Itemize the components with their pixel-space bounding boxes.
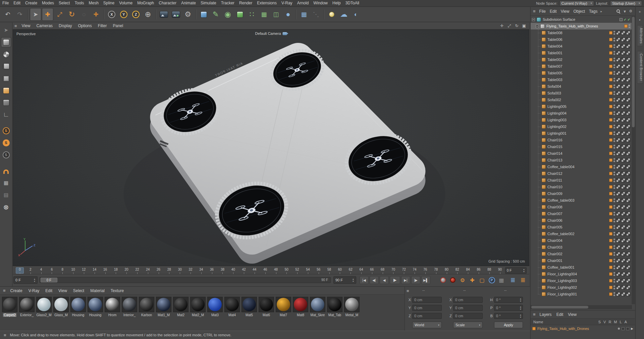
range-start-field[interactable]: 0 F ▲▼ [13,276,38,284]
phong-tag-icon[interactable] [626,91,630,95]
ruler-tick-8[interactable]: 8 [60,267,65,274]
material-swatch-carpet2[interactable]: Carpet2 [1,297,18,317]
menu-extensions[interactable]: Extensions [255,0,279,7]
texture-tag-icon[interactable] [616,64,620,68]
phong-tag-icon[interactable] [626,259,630,263]
ruler-tick-38[interactable]: 38 [220,267,225,274]
layers-menu-edit[interactable]: Edit [554,312,566,317]
texture-tag-icon[interactable] [616,239,620,243]
render-visibility-dot[interactable] [613,40,615,42]
editor-visibility-dot[interactable] [613,285,615,287]
layers-menu-view[interactable]: View [566,312,579,317]
render-visibility-dot[interactable] [613,147,615,149]
editor-visibility-dot[interactable] [613,178,615,180]
texture-tag-icon[interactable] [616,118,620,122]
render-visibility-dot[interactable] [613,268,615,269]
coordinate-space-select[interactable]: World▾ [412,322,442,328]
tweak-tool-icon[interactable]: ➤ [1,25,11,35]
preview-range-icon[interactable]: ≣ [509,276,517,284]
editor-visibility-dot[interactable] [613,212,615,213]
ruler-tick-62[interactable]: 62 [348,267,353,274]
texture-tag-icon[interactable] [616,178,620,182]
ruler-tick-0[interactable]: 0 [17,267,22,274]
side-tab-attributes[interactable]: Attributes [637,25,643,46]
texture-tag-icon[interactable] [621,172,625,176]
spinner-up-icon[interactable]: ▲ [523,268,525,270]
render-visibility-dot[interactable] [613,134,615,135]
layer-chip[interactable] [609,105,612,108]
rotation-b-field[interactable]: 0 °▲▼ [494,313,523,319]
render-visibility-dot[interactable] [613,53,615,55]
layer-chip[interactable] [609,112,612,115]
tree-item-table007[interactable]: Table007 [531,63,632,70]
texture-tag-icon[interactable] [616,272,620,276]
layer-chip[interactable] [609,272,612,276]
rotation-h-field[interactable]: 0 °▲▼ [494,297,523,303]
texture-tag-icon[interactable] [616,165,620,169]
record-scale-icon[interactable]: ▢ [478,276,486,284]
animate-toggle-icon[interactable]: ▶ [631,327,633,330]
position-x-field[interactable]: 0 cm [412,297,442,303]
texture-tag-icon[interactable] [621,285,625,289]
ruler-tick-14[interactable]: 14 [92,267,97,274]
material-swatch-mat-skre[interactable]: Mat_Skre [309,297,326,317]
material-swatch-mat4[interactable]: Mat4 [224,297,240,317]
solo-dot-icon[interactable] [618,328,620,330]
ruler-tick-66[interactable]: 66 [370,267,374,274]
texture-tag-icon[interactable] [616,111,620,115]
render-visibility-dot[interactable] [613,261,615,263]
ruler-tick-50[interactable]: 50 [284,267,289,274]
autokey-icon[interactable] [449,276,457,284]
ruler-tick-78[interactable]: 78 [434,267,438,274]
editor-visibility-dot[interactable] [613,252,615,254]
phong-tag-icon[interactable] [626,131,630,135]
editor-visibility-dot[interactable] [613,272,615,274]
menu-3dtoall[interactable]: 3DToAll [343,0,362,7]
position-z-field[interactable]: 0 cm [412,313,442,319]
tree-item-sofa004[interactable]: Sofa004 [531,83,632,90]
filter-icon[interactable]: ▼ [623,9,627,13]
layer-chip[interactable] [609,286,612,289]
free-move-icon[interactable]: ✚ [90,8,102,21]
ruler-tick-10[interactable]: 10 [71,267,75,274]
ruler-tick-32[interactable]: 32 [188,267,193,274]
position-header[interactable]: -- [422,288,425,292]
phong-tag-icon[interactable] [626,151,630,155]
layer-chip[interactable] [609,85,612,88]
layer-chip[interactable] [609,125,612,128]
menu-animate[interactable]: Animate [179,0,198,7]
undo-icon[interactable]: ↶ [2,8,13,21]
texture-tag-icon[interactable] [616,58,620,62]
texture-tag-icon[interactable] [621,259,625,263]
texture-tag-icon[interactable] [616,259,620,263]
editor-visibility-dot[interactable] [613,118,615,120]
material-menu-v-ray[interactable]: V-Ray [25,288,43,293]
prev-key-button[interactable]: ◀| [370,276,379,284]
ruler-tick-90[interactable]: 90 [498,267,502,274]
render-visibility-dot[interactable] [613,73,615,75]
viewport-menu-options[interactable]: Options [75,23,95,28]
texture-tag-icon[interactable] [621,151,625,155]
material-menu-edit[interactable]: Edit [42,288,55,293]
tree-item-coffee-table001[interactable]: Coffee_table001 [531,264,632,271]
menu-edit[interactable]: Edit [11,0,23,7]
layer-chip[interactable] [609,91,612,95]
render-visibility-dot[interactable] [613,87,615,88]
tree-item-chair014[interactable]: Chair014 [531,150,632,157]
material-swatch-housing[interactable]: Housing [87,297,104,317]
tracer-icon[interactable]: ⋱ [310,8,322,21]
texture-tag-icon[interactable] [621,218,625,222]
texture-tag-icon[interactable] [621,185,625,189]
editor-visibility-dot[interactable] [613,98,615,99]
object-menu-object[interactable]: Object [571,9,587,14]
layer-chip[interactable] [609,172,612,175]
texture-tag-icon[interactable] [616,44,620,48]
lock-toggle-icon[interactable] [626,327,629,330]
menu-render[interactable]: Render [237,0,255,7]
editor-visibility-dot[interactable] [613,131,615,133]
add-cube-icon[interactable] [198,8,209,21]
texture-tag-icon[interactable] [616,205,620,209]
material-menu-create[interactable]: Create [7,288,25,293]
tree-item-lighting003[interactable]: Lighting003 [531,117,632,123]
phong-tag-icon[interactable] [626,252,630,256]
